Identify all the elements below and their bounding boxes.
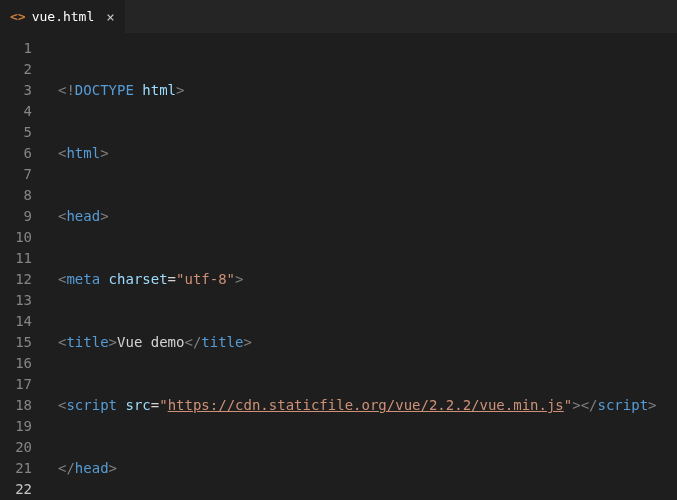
- code-line[interactable]: <meta charset="utf-8">: [58, 269, 657, 290]
- code-line[interactable]: <title>Vue demo</title>: [58, 332, 657, 353]
- line-number: 1: [0, 38, 32, 59]
- line-number: 6: [0, 143, 32, 164]
- code-area[interactable]: <!DOCTYPE html> <html> <head> <meta char…: [48, 34, 657, 500]
- line-number: 17: [0, 374, 32, 395]
- line-number: 3: [0, 80, 32, 101]
- line-number: 21: [0, 458, 32, 479]
- code-line[interactable]: <head>: [58, 206, 657, 227]
- line-number: 18: [0, 395, 32, 416]
- line-number: 8: [0, 185, 32, 206]
- line-number: 9: [0, 206, 32, 227]
- line-number: 19: [0, 416, 32, 437]
- line-number: 2: [0, 59, 32, 80]
- code-bracket-icon: <>: [10, 9, 26, 24]
- line-number: 5: [0, 122, 32, 143]
- line-number: 7: [0, 164, 32, 185]
- line-number: 11: [0, 248, 32, 269]
- code-line[interactable]: </head>: [58, 458, 657, 479]
- line-number: 16: [0, 353, 32, 374]
- tab-bar: <> vue.html ×: [0, 0, 677, 34]
- line-number: 22: [0, 479, 32, 500]
- code-line[interactable]: <html>: [58, 143, 657, 164]
- line-number: 14: [0, 311, 32, 332]
- line-number: 20: [0, 437, 32, 458]
- code-line[interactable]: <!DOCTYPE html>: [58, 80, 657, 101]
- tab-vue-html[interactable]: <> vue.html ×: [0, 0, 125, 33]
- code-line[interactable]: <script src="https://cdn.staticfile.org/…: [58, 395, 657, 416]
- tab-filename: vue.html: [32, 9, 95, 24]
- editor[interactable]: 1 2 3 4 5 6 7 8 9 10 11 12 13 14 15 16 1…: [0, 34, 677, 500]
- line-number: 4: [0, 101, 32, 122]
- close-icon[interactable]: ×: [106, 10, 114, 24]
- line-number: 12: [0, 269, 32, 290]
- line-number: 13: [0, 290, 32, 311]
- line-number: 15: [0, 332, 32, 353]
- line-number-gutter: 1 2 3 4 5 6 7 8 9 10 11 12 13 14 15 16 1…: [0, 34, 48, 500]
- line-number: 10: [0, 227, 32, 248]
